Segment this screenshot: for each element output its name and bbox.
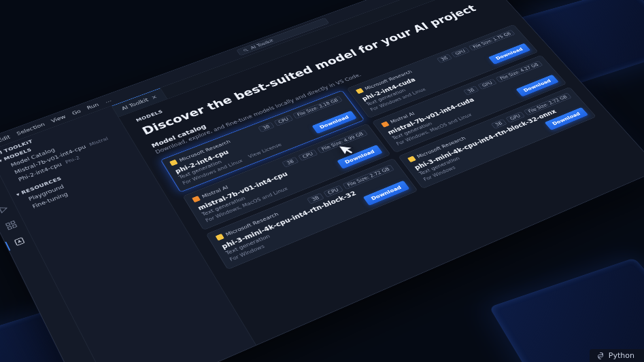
menu-edit[interactable]: Edit xyxy=(0,134,11,143)
svg-rect-5 xyxy=(5,223,10,226)
ai-toolkit-icon[interactable] xyxy=(11,235,27,248)
menu-view[interactable]: View xyxy=(50,113,67,124)
close-icon[interactable]: ✕ xyxy=(150,93,158,100)
publisher-icon xyxy=(169,159,178,166)
extensions-icon[interactable] xyxy=(3,219,18,232)
publisher-icon xyxy=(215,233,224,240)
svg-rect-7 xyxy=(7,226,11,230)
publisher-icon xyxy=(355,88,363,94)
chevron-down-icon: ▾ xyxy=(15,191,20,197)
publisher-icon xyxy=(192,196,201,202)
menu-go[interactable]: Go xyxy=(71,108,82,115)
status-bar: Python xyxy=(590,349,644,362)
status-python-label[interactable]: Python xyxy=(609,351,634,360)
svg-point-0 xyxy=(243,48,246,51)
publisher-icon xyxy=(407,156,416,162)
chevron-down-icon: ▾ xyxy=(0,158,3,163)
svg-rect-6 xyxy=(10,221,14,224)
menu-more[interactable]: … xyxy=(103,97,112,104)
bg-tile xyxy=(489,258,644,362)
python-icon xyxy=(596,352,605,360)
svg-rect-8 xyxy=(12,224,16,228)
menu-run[interactable]: Run xyxy=(86,101,99,110)
source-control-icon[interactable] xyxy=(0,187,3,200)
publisher-icon xyxy=(381,121,390,127)
search-icon xyxy=(241,48,249,53)
run-debug-icon[interactable] xyxy=(0,202,10,215)
